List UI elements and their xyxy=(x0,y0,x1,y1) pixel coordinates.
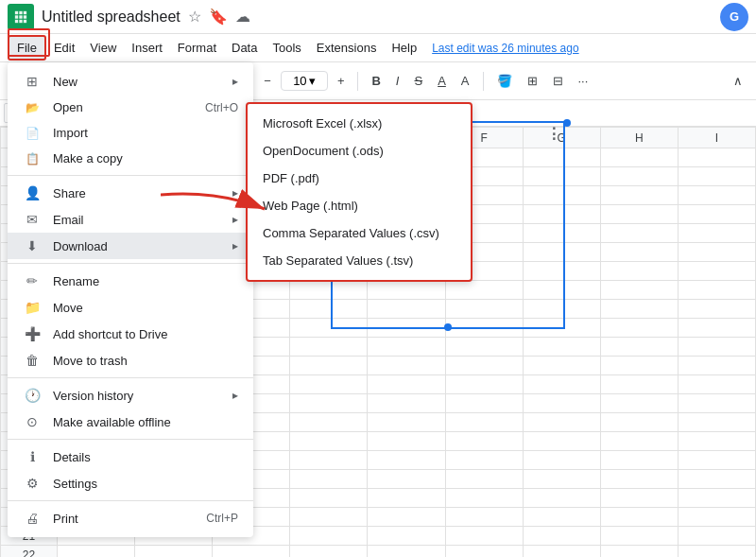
cell-E14[interactable] xyxy=(368,394,445,413)
cell-H10[interactable] xyxy=(600,319,678,338)
cell-D16[interactable] xyxy=(290,432,368,451)
cell-I19[interactable] xyxy=(678,489,755,508)
cell-H4[interactable] xyxy=(600,205,678,224)
cell-G12[interactable] xyxy=(523,357,600,375)
cell-H14[interactable] xyxy=(600,394,678,413)
cell-G7[interactable] xyxy=(523,262,600,281)
fm-download[interactable]: ⬇ Download ▸ xyxy=(8,233,253,259)
cell-G8[interactable] xyxy=(523,281,600,300)
cell-I9[interactable] xyxy=(678,300,755,319)
cell-H13[interactable] xyxy=(600,375,678,394)
italic-button[interactable]: I xyxy=(390,70,405,92)
cell-D20[interactable] xyxy=(290,508,368,527)
cell-F22[interactable] xyxy=(445,546,523,558)
cell-G1[interactable] xyxy=(523,148,600,167)
cell-F14[interactable] xyxy=(445,394,523,413)
cell-D19[interactable] xyxy=(290,489,368,508)
menu-file[interactable]: File xyxy=(8,35,46,61)
cell-E16[interactable] xyxy=(368,432,445,451)
cell-H18[interactable] xyxy=(600,470,678,489)
cell-F17[interactable] xyxy=(445,451,523,470)
font-size-decrease[interactable]: − xyxy=(258,70,277,92)
menu-extensions[interactable]: Extensions xyxy=(309,37,385,59)
cell-E13[interactable] xyxy=(368,375,445,394)
cell-D17[interactable] xyxy=(290,451,368,470)
cell-G14[interactable] xyxy=(523,394,600,413)
menu-help[interactable]: Help xyxy=(384,37,424,59)
cell-I13[interactable] xyxy=(678,375,755,394)
cell-I20[interactable] xyxy=(678,508,755,527)
cell-F18[interactable] xyxy=(445,470,523,489)
fm-details[interactable]: ℹ Details xyxy=(8,444,253,470)
cell-E10[interactable] xyxy=(368,319,445,338)
collapse-button[interactable]: ∧ xyxy=(728,70,748,92)
cell-G11[interactable] xyxy=(523,338,600,357)
menu-tools[interactable]: Tools xyxy=(265,37,308,59)
cell-F20[interactable] xyxy=(445,508,523,527)
merge-button[interactable]: ⊟ xyxy=(547,70,569,92)
cell-I14[interactable] xyxy=(678,394,755,413)
cell-H11[interactable] xyxy=(600,338,678,357)
cell-H2[interactable] xyxy=(600,167,678,186)
cell-G10[interactable] xyxy=(523,319,600,338)
cell-D9[interactable] xyxy=(290,300,368,319)
cell-B22[interactable] xyxy=(135,546,213,558)
cell-I10[interactable] xyxy=(678,319,755,338)
bookmark-icon[interactable]: 🔖 xyxy=(209,8,228,26)
cell-I15[interactable] xyxy=(678,413,755,432)
menu-data[interactable]: Data xyxy=(224,37,265,59)
cell-I17[interactable] xyxy=(678,451,755,470)
cell-D15[interactable] xyxy=(290,413,368,432)
cell-G5[interactable] xyxy=(523,224,600,243)
fm-new[interactable]: ⊞ New ▸ xyxy=(8,68,253,95)
star-icon[interactable]: ☆ xyxy=(188,8,201,26)
cell-H19[interactable] xyxy=(600,489,678,508)
cell-D8[interactable] xyxy=(290,281,368,300)
cell-D12[interactable] xyxy=(290,357,368,375)
cell-H6[interactable] xyxy=(600,243,678,262)
cell-H21[interactable] xyxy=(600,527,678,546)
cell-C22[interactable] xyxy=(213,546,290,558)
cell-F12[interactable] xyxy=(445,357,523,375)
cell-A22[interactable] xyxy=(58,546,135,558)
cell-E17[interactable] xyxy=(368,451,445,470)
cell-I2[interactable] xyxy=(678,167,755,186)
user-avatar[interactable]: G xyxy=(720,3,748,31)
strikethrough-button[interactable]: S xyxy=(408,70,428,92)
cell-G6[interactable] xyxy=(523,243,600,262)
col-header-g[interactable]: G xyxy=(523,128,600,148)
fill-color-button[interactable]: 🪣 xyxy=(491,70,518,92)
cell-F19[interactable] xyxy=(445,489,523,508)
fm-print[interactable]: 🖨 Print Ctrl+P xyxy=(8,505,253,531)
cell-G2[interactable] xyxy=(523,167,600,186)
cell-I3[interactable] xyxy=(678,186,755,205)
cell-I12[interactable] xyxy=(678,357,755,375)
cell-F16[interactable] xyxy=(445,432,523,451)
cell-E15[interactable] xyxy=(368,413,445,432)
fm-copy[interactable]: 📋 Make a copy xyxy=(8,146,253,171)
fm-open[interactable]: 📂 Open Ctrl+O xyxy=(8,95,253,120)
cell-G20[interactable] xyxy=(523,508,600,527)
row-header-22[interactable]: 22 xyxy=(1,546,58,558)
cell-G9[interactable] xyxy=(523,300,600,319)
cell-G21[interactable] xyxy=(523,527,600,546)
cell-I21[interactable] xyxy=(678,527,755,546)
fm-settings[interactable]: ⚙ Settings xyxy=(8,470,253,496)
cell-I7[interactable] xyxy=(678,262,755,281)
ds-ods[interactable]: OpenDocument (.ods) xyxy=(248,137,471,165)
cell-H3[interactable] xyxy=(600,186,678,205)
cell-E20[interactable] xyxy=(368,508,445,527)
menu-edit[interactable]: Edit xyxy=(46,37,82,59)
cell-I11[interactable] xyxy=(678,338,755,357)
cell-G4[interactable] xyxy=(523,205,600,224)
cell-H8[interactable] xyxy=(600,281,678,300)
cell-H16[interactable] xyxy=(600,432,678,451)
cell-F13[interactable] xyxy=(445,375,523,394)
text-color-button[interactable]: A xyxy=(455,70,475,92)
cell-G13[interactable] xyxy=(523,375,600,394)
cell-D10[interactable] xyxy=(290,319,368,338)
cell-G17[interactable] xyxy=(523,451,600,470)
fm-move[interactable]: 📁 Move xyxy=(8,294,253,321)
cell-H12[interactable] xyxy=(600,357,678,375)
cell-E11[interactable] xyxy=(368,338,445,357)
